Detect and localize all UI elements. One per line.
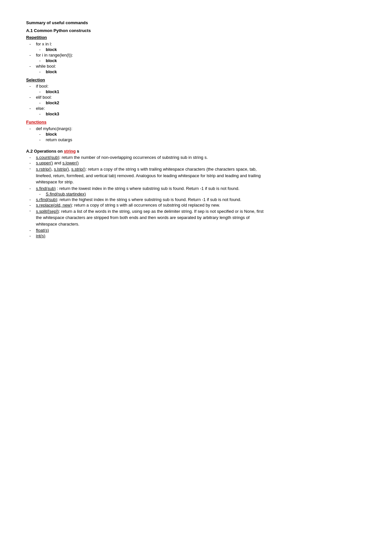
dash-icon: - [39, 100, 45, 105]
repetition-item-3: while bool: [36, 64, 56, 69]
a2-link-9: int(s) [36, 233, 45, 238]
dash-icon: - [39, 69, 45, 74]
dash-icon: - [39, 192, 45, 196]
list-item: - s.split([sep]): return a list of the w… [26, 208, 268, 227]
dash-icon: - [29, 203, 35, 208]
a2-link-6: s.replace(old, new) [36, 203, 72, 208]
dash-icon: - [39, 89, 45, 94]
selection-subitem-3: block3 [46, 111, 59, 116]
a2-link-3a: s.rstrip() [36, 167, 52, 172]
a2-item-4-sub: S.find(sub,startindex) [46, 192, 86, 196]
a2-heading-suffix: s [76, 149, 79, 154]
selection-subitem-1: block1 [46, 89, 59, 94]
a2-link-8: float(s) [36, 228, 49, 233]
list-item: - s.rfind(sub): return the highest index… [26, 197, 268, 202]
selection-item-3: else: [36, 106, 45, 111]
list-item: - elif bool: [26, 95, 268, 100]
dash-icon: - [29, 84, 35, 89]
a2-item-8: float(s) [36, 228, 49, 233]
dash-icon: - [39, 137, 45, 142]
repetition-subitem-2: block [46, 58, 57, 63]
a2-link-3b: s.lstrip() [54, 167, 69, 172]
a1-heading: A.1 Common Python constructs [26, 27, 268, 34]
list-item: - block [26, 47, 268, 52]
dash-icon: - [29, 160, 35, 165]
dash-icon: - [29, 64, 35, 69]
list-item: - block [26, 69, 268, 74]
a2-link-2a: s.upper() [36, 160, 53, 165]
a2-item-6: s.replace(old, new): return a copy of st… [36, 203, 220, 208]
a2-item-3: s.rstrip(), s.lstrip(), s.strip(): retur… [36, 166, 268, 185]
a2-item-4: s.find(sub) : return the lowest index in… [36, 186, 239, 191]
selection-item-2: elif bool: [36, 95, 52, 100]
selection-subitem-2: block2 [46, 100, 59, 105]
functions-item-1: def myfunc(inargs): [36, 126, 72, 131]
list-item: - block1 [26, 89, 268, 94]
a2-heading: A.2 Operations on string s [26, 148, 268, 155]
list-item: - s.replace(old, new): return a copy of … [26, 203, 268, 208]
dash-icon: - [29, 95, 35, 100]
dash-icon: - [29, 166, 35, 185]
dash-icon: - [39, 47, 45, 52]
functions-subitem-1: block [46, 132, 57, 137]
a2-link-4: s.find(sub) [36, 186, 56, 191]
dash-icon: - [29, 106, 35, 111]
list-item: - s.find(sub) : return the lowest index … [26, 186, 268, 191]
repetition-label: Repetition [26, 34, 268, 41]
list-item: - s.rstrip(), s.lstrip(), s.strip(): ret… [26, 166, 268, 185]
functions-label: Functions [26, 119, 268, 126]
a2-link-4b: S.find(sub,startindex) [46, 192, 86, 196]
a2-link-5: s.rfind(sub) [36, 197, 57, 202]
a2-link-1: s.count(sub) [36, 155, 59, 160]
list-item: - block [26, 58, 268, 63]
repetition-item-2: for i in range(len(l)): [36, 53, 73, 58]
list-item: - block2 [26, 100, 268, 105]
repetition-subitem-3: block [46, 69, 57, 74]
list-item: - block3 [26, 111, 268, 116]
a2-link-2b: s.lower() [62, 160, 79, 165]
list-item: - return outargs [26, 137, 268, 142]
dash-icon: - [29, 233, 35, 238]
list-item: - s.upper() and s.lower() [26, 160, 268, 165]
list-item: - float(s) [26, 228, 268, 233]
dash-icon: - [29, 126, 35, 131]
dash-icon: - [29, 197, 35, 202]
a2-item-2: s.upper() and s.lower() [36, 160, 79, 165]
list-item: - while bool: [26, 64, 268, 69]
a2-heading-prefix: A.2 Operations on [26, 149, 64, 154]
list-item: - else: [26, 106, 268, 111]
repetition-subitem-1: block [46, 47, 57, 52]
dash-icon: - [39, 132, 45, 137]
main-title: Summary of useful commands [26, 20, 268, 26]
dash-icon: - [29, 228, 35, 233]
selection-label: Selection [26, 77, 268, 83]
a2-heading-string: string [64, 149, 76, 154]
list-item: - if bool: [26, 84, 268, 89]
dash-icon: - [29, 208, 35, 227]
list-item: - S.find(sub,startindex) [26, 192, 268, 196]
a2-item-7: s.split([sep]): return a list of the wor… [36, 208, 268, 227]
a2-item-1: s.count(sub): return the number of non-o… [36, 155, 208, 160]
list-item: - int(s) [26, 233, 268, 238]
list-item: - for i in range(len(l)): [26, 53, 268, 58]
dash-icon: - [29, 155, 35, 160]
list-item: - s.count(sub): return the number of non… [26, 155, 268, 160]
list-item: - def myfunc(inargs): [26, 126, 268, 131]
dash-icon: - [29, 53, 35, 58]
a2-item-9: int(s) [36, 233, 45, 238]
dash-icon: - [39, 111, 45, 116]
dash-icon: - [29, 42, 35, 46]
a2-item-5: s.rfind(sub): return the highest index i… [36, 197, 241, 202]
page-content: Summary of useful commands A.1 Common Py… [0, 0, 294, 259]
a2-link-7: s.split([sep]) [36, 209, 59, 214]
dash-icon: - [29, 186, 35, 191]
repetition-item-1: for x in l: [36, 42, 52, 46]
list-item: - for x in l: [26, 42, 268, 46]
dash-icon: - [39, 58, 45, 63]
selection-item-1: if bool: [36, 84, 48, 89]
list-item: - block [26, 132, 268, 137]
functions-subitem-2: return outargs [46, 137, 72, 142]
a2-link-3c: s.strip() [71, 167, 85, 172]
